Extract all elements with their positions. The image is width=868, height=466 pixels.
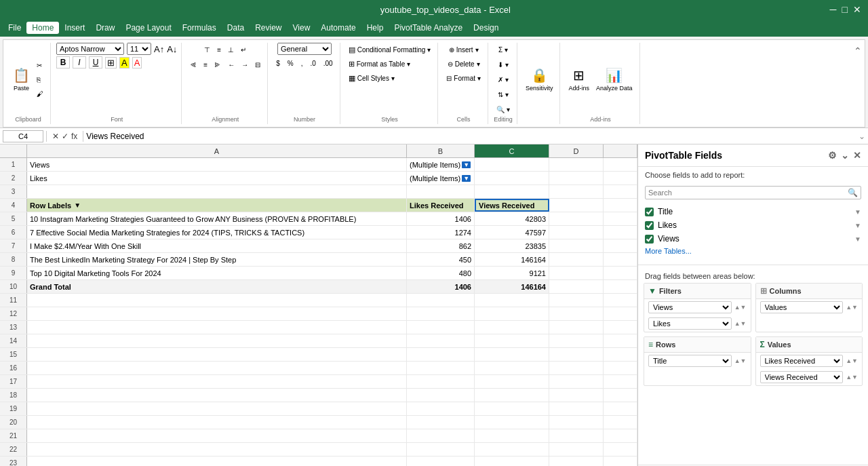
sheet-cell[interactable] bbox=[549, 362, 604, 374]
clear-button[interactable]: ✗▾ bbox=[495, 73, 511, 86]
align-left-button[interactable]: ⫷ bbox=[187, 58, 199, 71]
sheet-cell[interactable] bbox=[27, 429, 407, 442]
maximize-icon[interactable]: □ bbox=[842, 4, 848, 15]
sheet-cell[interactable] bbox=[475, 185, 549, 198]
sheet-cell[interactable] bbox=[407, 362, 475, 374]
sheet-cell[interactable]: I Make $2.4M/Year With One Skill bbox=[27, 239, 407, 252]
menu-review[interactable]: Review bbox=[250, 22, 287, 34]
pivot-field-likes-checkbox[interactable] bbox=[645, 221, 654, 230]
number-format-select[interactable]: General bbox=[277, 43, 332, 55]
cut-button[interactable]: ✂ bbox=[34, 58, 46, 72]
sheet-cell[interactable] bbox=[407, 321, 475, 334]
menu-help[interactable]: Help bbox=[361, 22, 389, 34]
sheet-cell[interactable] bbox=[407, 389, 475, 402]
close-icon[interactable]: ✕ bbox=[853, 4, 861, 15]
pivot-filter-likes-arrows[interactable]: ▲▼ bbox=[734, 320, 747, 327]
sheet-cell[interactable]: 146164 bbox=[475, 253, 549, 266]
sheet-cell[interactable] bbox=[549, 199, 604, 212]
sheet-cell[interactable] bbox=[475, 321, 549, 334]
sheet-cell[interactable]: 23835 bbox=[475, 239, 549, 252]
sheet-cell[interactable] bbox=[549, 212, 604, 225]
filter-dropdown-icon[interactable]: ▼ bbox=[462, 175, 471, 182]
addins-button[interactable]: ⊞ Add-ins bbox=[566, 61, 592, 98]
pivot-settings-icon[interactable]: ⚙ bbox=[828, 150, 837, 161]
col-header-c[interactable]: C bbox=[475, 144, 549, 157]
sheet-cell[interactable]: 1274 bbox=[407, 226, 475, 239]
sheet-cell[interactable] bbox=[549, 429, 604, 442]
pivot-filter-likes-select[interactable]: Likes bbox=[648, 317, 732, 330]
sheet-cell[interactable]: Row Labels▼ bbox=[27, 199, 407, 212]
sheet-cell[interactable] bbox=[549, 321, 604, 334]
sheet-cell[interactable]: Likes Received bbox=[407, 199, 475, 212]
cancel-formula-icon[interactable]: ✕ bbox=[52, 132, 59, 141]
pivot-field-title-filter-icon[interactable]: ▼ bbox=[854, 208, 861, 216]
sheet-cell[interactable] bbox=[549, 226, 604, 239]
sheet-cell[interactable] bbox=[549, 334, 604, 347]
align-bottom-button[interactable]: ⊥ bbox=[225, 43, 237, 56]
sheet-cell[interactable] bbox=[549, 457, 604, 466]
format-as-table-button[interactable]: ⊞ Format as Table ▾ bbox=[346, 57, 414, 71]
font-name-select[interactable]: Aptos Narrow bbox=[56, 43, 124, 55]
pivot-close-icon[interactable]: ✕ bbox=[853, 150, 861, 161]
format-button[interactable]: ⊟ Format ▾ bbox=[443, 71, 484, 85]
sort-filter-button[interactable]: ⇅▾ bbox=[495, 88, 511, 101]
sheet-cell[interactable]: Views bbox=[27, 158, 407, 171]
insert-button[interactable]: ⊕ Insert ▾ bbox=[446, 43, 481, 56]
sheet-cell[interactable] bbox=[407, 443, 475, 456]
sheet-cell[interactable] bbox=[475, 416, 549, 429]
sheet-cell[interactable] bbox=[549, 348, 604, 361]
sheet-cell[interactable] bbox=[475, 389, 549, 402]
align-right-button[interactable]: ⫸ bbox=[212, 58, 224, 71]
percent-button[interactable]: % bbox=[285, 56, 296, 70]
cell-reference-input[interactable] bbox=[3, 130, 43, 142]
fill-color-button[interactable]: A bbox=[119, 57, 130, 69]
menu-data[interactable]: Data bbox=[222, 22, 250, 34]
sheet-cell[interactable] bbox=[27, 375, 407, 388]
sheet-cell[interactable] bbox=[27, 348, 407, 361]
sheet-cell[interactable] bbox=[407, 348, 475, 361]
bold-button[interactable]: B bbox=[56, 56, 70, 69]
menu-draw[interactable]: Draw bbox=[90, 22, 120, 34]
pivot-filter-views-select[interactable]: Views bbox=[648, 301, 732, 313]
sheet-cell[interactable]: (Multiple Items)▼ bbox=[407, 172, 475, 185]
currency-button[interactable]: $ bbox=[273, 56, 283, 70]
comma-button[interactable]: , bbox=[298, 56, 306, 70]
format-painter-button[interactable]: 🖌 bbox=[34, 87, 46, 100]
font-increase-icon[interactable]: A↑ bbox=[154, 44, 164, 54]
align-middle-button[interactable]: ≡ bbox=[214, 43, 224, 56]
pivot-field-views-filter-icon[interactable]: ▼ bbox=[854, 235, 861, 243]
filter-dropdown-icon[interactable]: ▼ bbox=[462, 161, 471, 168]
pivot-value-views-received-select[interactable]: Views Received bbox=[760, 371, 844, 383]
font-color-button[interactable]: A bbox=[132, 57, 142, 69]
sum-button[interactable]: Σ▾ bbox=[496, 43, 511, 56]
sheet-cell[interactable] bbox=[407, 307, 475, 320]
sheet-cell[interactable] bbox=[27, 416, 407, 429]
sheet-cell[interactable] bbox=[549, 375, 604, 388]
sheet-cell[interactable]: 10 Instagram Marketing Strategies Guaran… bbox=[27, 212, 407, 225]
pivot-search-input[interactable] bbox=[648, 189, 845, 197]
sheet-cell[interactable] bbox=[27, 334, 407, 347]
sheet-cell[interactable]: Views Received bbox=[475, 199, 549, 212]
font-decrease-icon[interactable]: A↓ bbox=[167, 44, 177, 54]
pivot-row-title-select[interactable]: Title bbox=[648, 355, 732, 367]
pivot-field-views-checkbox[interactable] bbox=[645, 235, 654, 244]
sheet-cell[interactable] bbox=[407, 457, 475, 466]
pivot-field-likes-filter-icon[interactable]: ▼ bbox=[854, 222, 861, 229]
sheet-cell[interactable]: 1406 bbox=[407, 280, 475, 293]
font-size-select[interactable]: 11 bbox=[127, 43, 151, 55]
underline-button[interactable]: U bbox=[89, 56, 102, 69]
merge-center-button[interactable]: ⊟ bbox=[252, 58, 263, 71]
sheet-cell[interactable] bbox=[475, 348, 549, 361]
pivot-value-views-arrows[interactable]: ▲▼ bbox=[846, 374, 858, 381]
sheet-cell[interactable] bbox=[407, 402, 475, 415]
menu-pivottable-analyze[interactable]: PivotTable Analyze bbox=[389, 22, 468, 34]
sheet-cell[interactable] bbox=[475, 429, 549, 442]
sheet-cell[interactable] bbox=[549, 185, 604, 198]
pivot-field-title-checkbox[interactable] bbox=[645, 208, 654, 216]
align-top-button[interactable]: ⊤ bbox=[201, 43, 213, 56]
row-labels-dropdown-icon[interactable]: ▼ bbox=[74, 201, 81, 209]
pivot-value-likes-received-select[interactable]: Likes Received bbox=[760, 355, 844, 367]
sheet-cell[interactable] bbox=[27, 362, 407, 374]
sheet-cell[interactable] bbox=[549, 280, 604, 293]
sheet-cell[interactable] bbox=[549, 443, 604, 456]
